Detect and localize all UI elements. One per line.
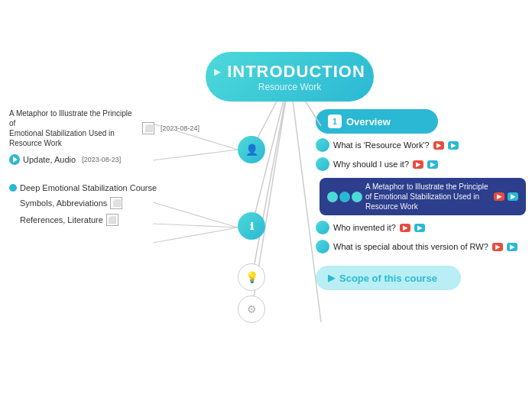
references-icon[interactable]: ⬜ bbox=[106, 214, 118, 226]
play-badge-2[interactable]: ▶ bbox=[427, 160, 438, 169]
references-row: References, Literature ⬜ bbox=[20, 214, 200, 226]
scope-node[interactable]: ▶ Scope of this course bbox=[316, 266, 461, 290]
left-item-1: A Metaphor to Illustrate the Principle o… bbox=[9, 108, 200, 148]
special-icons bbox=[327, 192, 362, 202]
scope-label: Scope of this course bbox=[339, 273, 437, 284]
branch-btn-3[interactable]: 💡 bbox=[238, 263, 265, 291]
svg-line-4 bbox=[251, 76, 290, 279]
deep-course-label: Deep Emotional Stabilization Course bbox=[20, 183, 157, 192]
sub-icon-1 bbox=[316, 138, 329, 152]
overview-sub-items: What is 'Resource Work'? ▶ ▶ Why should … bbox=[316, 138, 526, 253]
sub-icon-2 bbox=[316, 157, 329, 171]
sub-label-1: What is 'Resource Work'? bbox=[333, 140, 430, 150]
branch-btn-4[interactable]: ⚙ bbox=[238, 295, 265, 323]
deep-course-item: Deep Emotional Stabilization Course bbox=[9, 183, 200, 192]
branch-btn-2[interactable]: ℹ bbox=[238, 212, 265, 240]
scope-section: ▶ Scope of this course bbox=[316, 266, 526, 290]
overview-label: Overview bbox=[346, 116, 391, 127]
play-badge-4[interactable]: ▶ bbox=[414, 224, 425, 232]
overview-node[interactable]: 1 Overview bbox=[316, 109, 438, 134]
special-label: A Metaphor to Illustrate the Principle o… bbox=[365, 182, 491, 211]
video-badge-1[interactable]: ▶ bbox=[433, 141, 444, 150]
video-badge-5[interactable]: ▶ bbox=[492, 243, 503, 251]
references-label: References, Literature bbox=[20, 215, 103, 224]
center-node: ▶ INTRODUCTION Resource Work bbox=[206, 52, 374, 102]
sub-item-4: Who invented it? ▶ ▶ bbox=[316, 221, 526, 234]
export-icon-1[interactable]: ⬜ bbox=[142, 122, 154, 134]
sub-item-5: What is special about this version of RW… bbox=[316, 240, 526, 253]
special-node: A Metaphor to Illustrate the Principle o… bbox=[320, 178, 526, 215]
play-badge-5[interactable]: ▶ bbox=[507, 243, 517, 251]
si2 bbox=[339, 192, 350, 202]
svg-line-10 bbox=[153, 228, 238, 243]
left-item-2: Update, Audio [2023-08-23] bbox=[9, 154, 200, 165]
sub-icon-4 bbox=[316, 221, 329, 234]
overview-num: 1 bbox=[328, 115, 342, 128]
sub-label-5: What is special about this version of RW… bbox=[333, 242, 488, 251]
symbols-icon[interactable]: ⬜ bbox=[110, 197, 122, 209]
update-audio-label: Update, Audio bbox=[23, 155, 76, 164]
scope-icon: ▶ bbox=[328, 273, 335, 283]
video-badge-3[interactable]: ▶ bbox=[494, 192, 504, 201]
left-panel: A Metaphor to Illustrate the Principle o… bbox=[9, 108, 200, 226]
sub-icon-5 bbox=[316, 240, 329, 253]
symbols-label: Symbols, Abbreviations bbox=[20, 198, 107, 208]
branch-btn-1[interactable]: 👤 bbox=[238, 136, 265, 163]
right-panel: 1 Overview What is 'Resource Work'? ▶ ▶ … bbox=[316, 109, 526, 290]
sub-label-2: Why should I use it? bbox=[333, 160, 409, 169]
symbols-row: Symbols, Abbreviations ⬜ bbox=[20, 197, 200, 209]
sub-label-4: Who invented it? bbox=[333, 223, 396, 232]
si1 bbox=[327, 192, 338, 202]
si3 bbox=[352, 192, 362, 202]
center-title: INTRODUCTION bbox=[227, 62, 365, 82]
sub-item-1: What is 'Resource Work'? ▶ ▶ bbox=[316, 138, 526, 152]
center-subtitle: Resource Work bbox=[258, 82, 321, 92]
video-badge-2[interactable]: ▶ bbox=[413, 160, 423, 169]
dot-icon bbox=[9, 184, 17, 192]
play-badge-3[interactable]: ▶ bbox=[508, 192, 518, 201]
sub-item-3: A Metaphor to Illustrate the Principle o… bbox=[316, 178, 526, 215]
play-badge-1[interactable]: ▶ bbox=[448, 141, 459, 150]
sub-item-2: Why should I use it? ▶ ▶ bbox=[316, 157, 526, 171]
deep-course-section: Deep Emotional Stabilization Course Symb… bbox=[9, 183, 200, 226]
play-icon-left bbox=[9, 154, 20, 165]
video-badge-4[interactable]: ▶ bbox=[400, 224, 410, 232]
